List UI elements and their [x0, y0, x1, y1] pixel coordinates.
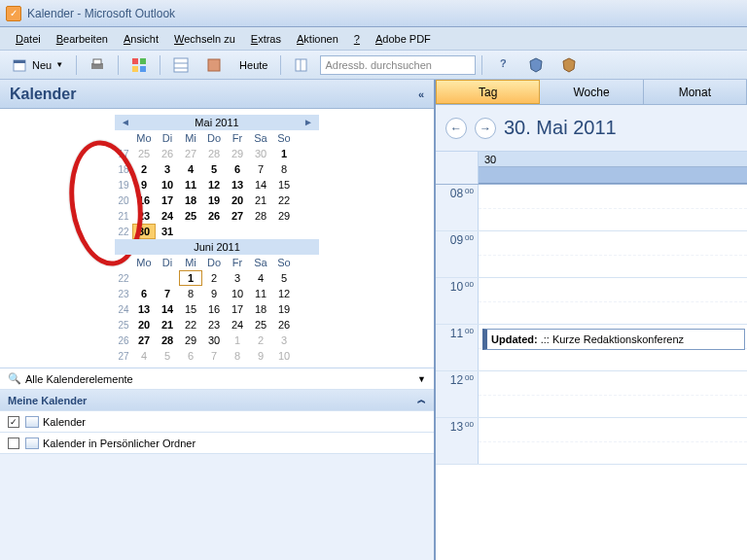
time-slot[interactable]: [479, 371, 747, 417]
calendar-day[interactable]: 7: [249, 161, 272, 177]
calendar-day[interactable]: 9: [249, 348, 272, 364]
calendar-day[interactable]: 14: [156, 301, 179, 317]
calendar-day[interactable]: 15: [179, 301, 202, 317]
categorize-button[interactable]: [124, 54, 154, 76]
calendar-day[interactable]: 31: [156, 224, 179, 239]
calendar-day[interactable]: 4: [249, 270, 272, 286]
calendar-day[interactable]: 10: [156, 177, 179, 192]
search-input[interactable]: Adressb. durchsuchen: [320, 55, 476, 75]
week-number[interactable]: 17: [115, 146, 132, 161]
menu-?[interactable]: ?: [346, 31, 368, 47]
calendar-day[interactable]: 28: [156, 332, 179, 348]
calendar-day[interactable]: 7: [202, 348, 226, 364]
time-slot[interactable]: [479, 231, 747, 277]
menu-datei[interactable]: Datei: [8, 31, 49, 47]
calendar-day[interactable]: 16: [132, 192, 156, 208]
calendar-day[interactable]: 1: [272, 146, 296, 161]
calendar-day[interactable]: 28: [249, 208, 272, 224]
calendar-day[interactable]: 29: [272, 208, 296, 224]
next-day-button[interactable]: →: [475, 118, 496, 139]
tab-monat[interactable]: Monat: [644, 80, 747, 104]
calendar-day[interactable]: 3: [272, 332, 296, 348]
calendar-day[interactable]: [249, 224, 272, 239]
calendar-item[interactable]: Kalender in Persönlicher Ordner: [0, 433, 434, 454]
next-month-icon[interactable]: ►: [303, 117, 313, 127]
calendar-day[interactable]: 22: [179, 317, 202, 332]
calendar-day[interactable]: 7: [156, 286, 179, 301]
calendar-day[interactable]: 8: [272, 161, 296, 177]
calendar-day[interactable]: 20: [226, 192, 249, 208]
calendar-day[interactable]: 2: [132, 161, 156, 177]
calendar-day[interactable]: 11: [249, 286, 272, 301]
calendar-day[interactable]: [202, 224, 226, 239]
calendar-day[interactable]: 17: [226, 301, 249, 317]
view-button[interactable]: [166, 54, 196, 76]
calendar-day[interactable]: 13: [226, 177, 249, 192]
calendar-day[interactable]: 24: [226, 317, 249, 332]
calendar-day[interactable]: 10: [272, 348, 296, 364]
calendar-day[interactable]: 18: [179, 192, 202, 208]
week-number[interactable]: 21: [115, 208, 132, 224]
calendar-day[interactable]: 21: [156, 317, 179, 332]
allday-slot[interactable]: [479, 167, 747, 184]
today-button[interactable]: Heute: [232, 56, 274, 74]
calendar-day[interactable]: 5: [202, 161, 226, 177]
calendar-day[interactable]: [226, 224, 249, 239]
menu-bearbeiten[interactable]: Bearbeiten: [49, 31, 116, 47]
print-button[interactable]: [83, 54, 112, 76]
calendar-day[interactable]: [156, 270, 179, 286]
calendar-day[interactable]: 21: [249, 192, 272, 208]
addressbook-button[interactable]: [287, 54, 316, 76]
calendar-day[interactable]: 8: [179, 286, 202, 301]
day-number[interactable]: 30: [479, 152, 747, 167]
calendar-day[interactable]: 4: [132, 348, 156, 364]
calendar-day[interactable]: 14: [249, 177, 272, 192]
tab-tag[interactable]: Tag: [436, 80, 540, 104]
calendar-day[interactable]: 16: [202, 301, 226, 317]
appointment[interactable]: Updated: .:: Kurze Redaktionskonferenz: [482, 329, 745, 350]
calendar-day[interactable]: 5: [272, 270, 296, 286]
calendar-day[interactable]: 17: [156, 192, 179, 208]
calendar-day[interactable]: 3: [226, 270, 249, 286]
calendar-day[interactable]: 12: [272, 286, 296, 301]
calendar-day[interactable]: 30: [202, 332, 226, 348]
calendar-day[interactable]: 19: [272, 301, 296, 317]
week-number[interactable]: 25: [115, 317, 132, 332]
time-slot[interactable]: [479, 278, 747, 324]
week-number[interactable]: 24: [115, 301, 132, 317]
calendar-day[interactable]: 13: [132, 301, 156, 317]
calendar-day[interactable]: 29: [226, 146, 249, 161]
help-button[interactable]: ?: [488, 54, 517, 76]
calendar-day[interactable]: 15: [272, 177, 296, 192]
calendar-day[interactable]: 22: [272, 192, 296, 208]
calendar-day[interactable]: 8: [226, 348, 249, 364]
calendar-day[interactable]: 2: [249, 332, 272, 348]
calendar-day[interactable]: 18: [249, 301, 272, 317]
calendar-day[interactable]: 6: [132, 286, 156, 301]
calendar-day[interactable]: 20: [132, 317, 156, 332]
calendar-day[interactable]: 26: [202, 208, 226, 224]
week-number[interactable]: 26: [115, 332, 132, 348]
menu-aktionen[interactable]: Aktionen: [289, 31, 346, 47]
calendar-day[interactable]: 4: [179, 161, 202, 177]
new-button[interactable]: Neu ▼: [6, 54, 70, 76]
week-number[interactable]: 23: [115, 286, 132, 301]
calendar-day[interactable]: 25: [249, 317, 272, 332]
week-number[interactable]: 20: [115, 192, 132, 208]
calendar-day[interactable]: 11: [179, 177, 202, 192]
calendar-day[interactable]: 30: [132, 224, 156, 239]
calendar-day[interactable]: 28: [202, 146, 226, 161]
calendar-day[interactable]: 12: [202, 177, 226, 192]
calendar-day[interactable]: 26: [156, 146, 179, 161]
tab-woche[interactable]: Woche: [540, 80, 643, 104]
calendar-day[interactable]: 25: [132, 146, 156, 161]
calendar-day[interactable]: 23: [202, 317, 226, 332]
prev-day-button[interactable]: ←: [445, 118, 467, 139]
menu-adobe pdf[interactable]: Adobe PDF: [368, 31, 439, 47]
checkbox[interactable]: ✓: [8, 416, 19, 428]
calendar-day[interactable]: [272, 224, 296, 239]
checkbox[interactable]: [8, 438, 19, 449]
calendar-day[interactable]: 1: [226, 332, 249, 348]
calendar-day[interactable]: 27: [179, 146, 202, 161]
calendar-day[interactable]: 27: [226, 208, 249, 224]
